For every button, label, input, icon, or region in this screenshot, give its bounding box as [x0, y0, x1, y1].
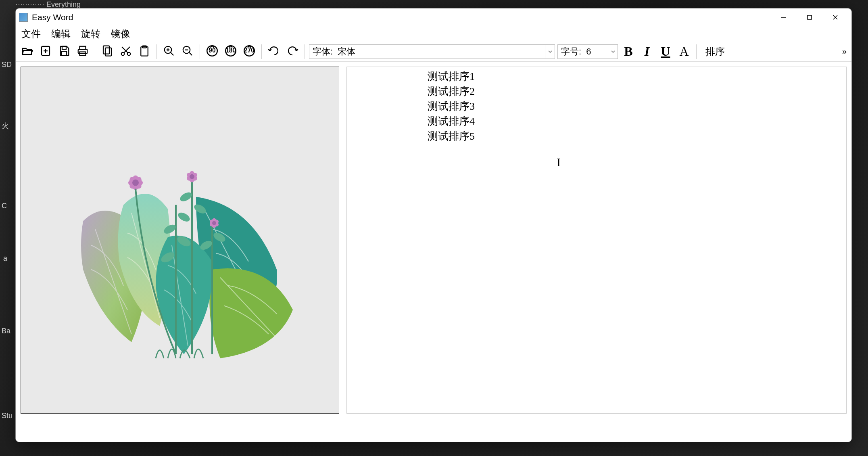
desktop-label: ⋯⋯⋯⋯ Everything	[15, 0, 81, 9]
toolbar: 90 180 270 字体: 宋体	[16, 42, 851, 62]
new-button[interactable]	[38, 44, 54, 60]
font-family-value: 宋体	[335, 46, 545, 58]
svg-point-45	[132, 180, 139, 186]
text-editor[interactable]: 测试排序1 测试排序2 测试排序3 测试排序4 测试排序5 I	[346, 67, 847, 414]
close-button[interactable]	[822, 8, 848, 26]
svg-point-49	[190, 174, 194, 179]
svg-rect-13	[105, 48, 111, 56]
rotate-180-icon: 180	[224, 44, 238, 59]
folder-open-icon	[21, 45, 33, 59]
text-cursor-icon: I	[557, 154, 561, 171]
cut-button[interactable]	[118, 44, 134, 60]
menu-file[interactable]: 文件	[19, 27, 43, 41]
chevron-down-icon[interactable]	[608, 45, 618, 59]
window-controls	[771, 8, 848, 26]
maximize-button[interactable]	[797, 8, 822, 26]
svg-point-53	[212, 221, 216, 225]
text-line: 测试排序3	[428, 99, 766, 114]
copy-icon	[101, 45, 113, 59]
save-icon	[58, 45, 70, 59]
menu-mirror[interactable]: 镜像	[108, 27, 133, 41]
rotate-180-button[interactable]: 180	[223, 44, 239, 60]
save-button[interactable]	[56, 44, 72, 60]
toolbar-separator	[95, 44, 95, 59]
font-family-select[interactable]: 字体: 宋体	[309, 44, 555, 59]
italic-icon: I	[645, 44, 649, 59]
rotate-270-button[interactable]: 270	[241, 44, 257, 60]
font-size-value: 6	[584, 46, 608, 57]
toolbar-overflow-button[interactable]: »	[841, 45, 848, 58]
desktop-label: C	[2, 202, 7, 210]
app-window: Easy Word 文件 编辑 旋转 镜像	[15, 8, 852, 442]
zoom-out-button[interactable]	[179, 44, 196, 60]
text-line: 测试排序1	[428, 69, 766, 84]
app-icon	[19, 13, 28, 22]
menu-edit[interactable]: 编辑	[49, 27, 73, 41]
desktop-label: 火	[2, 121, 9, 131]
undo-button[interactable]	[266, 44, 282, 60]
font-color-button[interactable]: A	[676, 44, 692, 60]
svg-line-21	[171, 52, 174, 55]
svg-rect-1	[807, 15, 812, 19]
undo-icon	[268, 45, 280, 59]
toolbar-separator	[696, 44, 697, 59]
menu-rotate[interactable]: 旋转	[79, 27, 103, 41]
zoom-in-icon	[163, 45, 175, 59]
font-size-label: 字号:	[558, 46, 584, 58]
bold-icon: B	[624, 44, 632, 59]
font-color-icon: A	[679, 44, 689, 59]
titlebar[interactable]: Easy Word	[16, 8, 851, 26]
svg-text:90: 90	[209, 47, 216, 54]
paste-button[interactable]	[136, 44, 152, 60]
toolbar-separator	[156, 44, 157, 59]
svg-rect-7	[62, 46, 66, 49]
text-line: 测试排序2	[428, 84, 766, 99]
sort-button[interactable]: 排序	[701, 44, 730, 60]
desktop-label: SD	[2, 61, 12, 69]
underline-icon: U	[661, 44, 670, 59]
content-area: 测试排序1 测试排序2 测试排序3 测试排序4 测试排序5 I	[16, 62, 851, 442]
rotate-90-icon: 90	[205, 44, 219, 59]
underline-button[interactable]: U	[657, 44, 674, 60]
desktop-label: a	[3, 254, 7, 263]
rotate-270-icon: 270	[242, 44, 256, 59]
toolbar-separator	[305, 44, 305, 59]
italic-button[interactable]: I	[639, 44, 655, 60]
bold-button[interactable]: B	[620, 44, 636, 60]
svg-text:180: 180	[225, 47, 236, 54]
svg-rect-8	[62, 51, 67, 55]
rotate-90-button[interactable]: 90	[204, 44, 220, 60]
toolbar-separator	[261, 44, 262, 59]
menubar: 文件 编辑 旋转 镜像	[16, 26, 851, 42]
scissors-icon	[120, 45, 132, 59]
text-line: 测试排序5	[428, 129, 766, 144]
redo-button[interactable]	[284, 44, 300, 60]
svg-rect-12	[103, 46, 109, 54]
font-family-label: 字体:	[309, 46, 335, 58]
redo-icon	[286, 45, 298, 59]
image-panel[interactable]	[21, 67, 339, 414]
plant-illustration	[51, 116, 309, 374]
printer-icon	[77, 45, 89, 59]
desktop-label: Ba	[2, 327, 10, 335]
svg-line-25	[189, 52, 192, 55]
open-button[interactable]	[19, 44, 35, 60]
zoom-in-button[interactable]	[161, 44, 177, 60]
copy-button[interactable]	[99, 44, 115, 60]
minimize-button[interactable]	[771, 8, 797, 26]
zoom-out-icon	[182, 45, 194, 59]
toolbar-separator	[200, 44, 200, 59]
file-plus-icon	[40, 45, 52, 59]
window-title: Easy Word	[32, 13, 771, 22]
svg-text:270: 270	[244, 47, 255, 54]
svg-point-38	[179, 190, 194, 203]
print-button[interactable]	[75, 44, 91, 60]
chevron-down-icon[interactable]	[545, 45, 555, 59]
clipboard-icon	[138, 45, 150, 59]
text-line: 测试排序4	[428, 114, 766, 129]
svg-point-36	[177, 211, 192, 224]
font-size-select[interactable]: 字号: 6	[557, 44, 618, 59]
desktop-label: Stu	[2, 412, 13, 420]
